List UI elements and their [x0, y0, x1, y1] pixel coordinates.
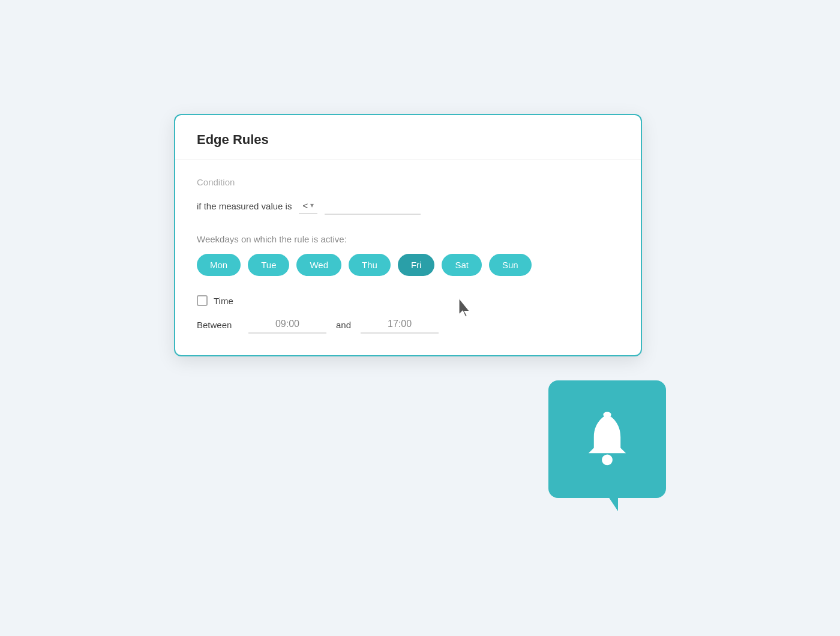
weekdays-label: Weekdays on which the rule is active:: [197, 234, 619, 244]
bubble-tail: [606, 493, 618, 511]
condition-row: if the measured value is < ▾: [197, 197, 619, 215]
time-checkbox-row: Time: [197, 295, 619, 306]
end-time-input[interactable]: [361, 316, 439, 334]
time-checkbox[interactable]: [197, 295, 208, 306]
day-btn-sun[interactable]: Sun: [489, 254, 532, 276]
operator-value: <: [302, 200, 308, 211]
start-time-input[interactable]: [248, 316, 326, 334]
day-btn-mon[interactable]: Mon: [197, 254, 241, 276]
svg-point-0: [602, 455, 613, 466]
operator-select[interactable]: < ▾: [299, 198, 317, 214]
card-header: Edge Rules: [175, 115, 641, 160]
edge-rules-card: Edge Rules Condition if the measured val…: [174, 114, 642, 356]
condition-label: Condition: [197, 177, 619, 187]
day-btn-wed[interactable]: Wed: [296, 254, 341, 276]
scene: Edge Rules Condition if the measured val…: [174, 114, 666, 522]
bell-icon: [577, 409, 637, 469]
time-section: Time Between and: [197, 295, 619, 334]
card-title: Edge Rules: [197, 132, 619, 148]
day-btn-thu[interactable]: Thu: [349, 254, 391, 276]
notification-bubble: [546, 390, 666, 522]
between-text: Between: [197, 320, 239, 330]
svg-rect-1: [603, 412, 611, 417]
value-input[interactable]: [325, 197, 421, 215]
time-range-row: Between and: [197, 316, 619, 334]
weekdays-row: Mon Tue Wed Thu Fri Sat Sun: [197, 254, 619, 276]
day-btn-tue[interactable]: Tue: [248, 254, 289, 276]
day-btn-sat[interactable]: Sat: [442, 254, 482, 276]
chevron-down-icon: ▾: [310, 201, 314, 209]
card-body: Condition if the measured value is < ▾ W…: [175, 160, 641, 355]
bubble-box: [548, 380, 666, 498]
day-btn-fri[interactable]: Fri: [398, 254, 435, 276]
time-label: Time: [214, 296, 233, 306]
condition-text: if the measured value is: [197, 201, 292, 211]
and-text: and: [336, 320, 351, 330]
